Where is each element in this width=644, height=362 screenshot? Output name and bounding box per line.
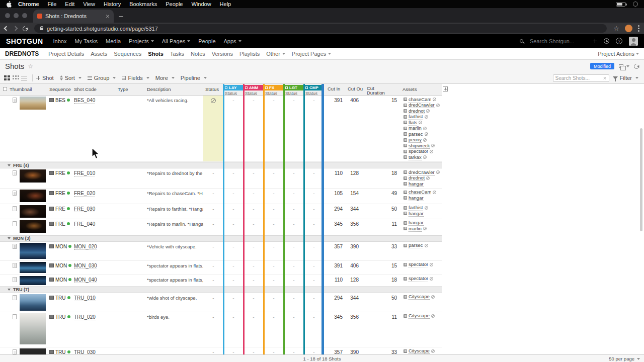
menubar-item-view[interactable]: View	[83, 1, 95, 7]
view-mode-grid-button[interactable]	[12, 75, 20, 81]
cut-duration-cell[interactable]: 49	[363, 189, 400, 204]
cut-in-cell[interactable]: 105	[324, 189, 344, 204]
asset-link[interactable]: hangar	[409, 181, 424, 187]
step-status-cell-fx[interactable]: -	[264, 312, 284, 347]
shot-code-link[interactable]: MON_040	[74, 277, 97, 283]
sequence-cell[interactable]: MON	[47, 242, 72, 260]
asset-link[interactable]: shipwreck	[409, 143, 430, 149]
column-header-type[interactable]: Type	[116, 84, 145, 95]
project-actions-menu[interactable]: Project Actions	[598, 51, 639, 57]
cut-in-cell[interactable]: 345	[324, 219, 344, 235]
app-nav-projects[interactable]: Projects	[129, 38, 154, 44]
table-row[interactable]: FREFRE_010*Repairs to drednot by the d..…	[0, 168, 442, 189]
step-status-cell-fx[interactable]: -	[264, 204, 284, 219]
thumbnail[interactable]	[20, 97, 46, 110]
apple-menu-icon[interactable]	[6, 1, 12, 8]
step-status-cell-fx[interactable]: -	[264, 242, 284, 260]
note-icon[interactable]	[13, 206, 17, 211]
shot-code-link[interactable]: BES_040	[74, 98, 95, 104]
group-header-mon-3[interactable]: MON (3)	[0, 235, 442, 242]
project-tab-project-details[interactable]: Project Details	[48, 51, 84, 57]
thumbnail[interactable]	[20, 313, 46, 344]
table-row[interactable]: MONMON_020*Vehicle with cityscape.------…	[0, 242, 442, 261]
note-icon[interactable]	[13, 191, 17, 196]
window-zoom-button[interactable]	[22, 13, 27, 18]
recently-viewed-icon[interactable]	[604, 38, 609, 44]
cut-in-cell[interactable]: 294	[324, 293, 344, 312]
status-cell[interactable]: -	[203, 261, 223, 275]
step-status-cell-lay[interactable]: -	[223, 96, 244, 161]
cut-duration-cell[interactable]: 11	[363, 219, 400, 235]
note-icon[interactable]	[13, 170, 17, 175]
asset-link[interactable]: drednot	[409, 108, 425, 114]
table-row[interactable]: FREFRE_040*Repairs to marlin. *Hangar ..…	[0, 219, 442, 235]
page-refresh-icon[interactable]	[633, 62, 640, 69]
description-cell[interactable]: *Repairs to marlin. *Hangar ...	[145, 219, 203, 235]
toolbar-menu-group[interactable]: Group	[88, 75, 116, 81]
browser-reload-button[interactable]	[22, 25, 29, 32]
description-cell[interactable]: *Repairs to farthist. *Hangar...	[145, 204, 203, 219]
shot-code-link[interactable]: TRU_010	[74, 295, 96, 301]
cut-in-cell[interactable]: 357	[324, 242, 344, 260]
step-status-cell-cmp[interactable]: -	[304, 347, 324, 355]
description-cell[interactable]: *Vehicle with cityscape.	[145, 242, 203, 260]
browser-tab[interactable]: Shots : Drednots	[33, 10, 114, 23]
type-cell[interactable]	[116, 96, 145, 161]
asset-link[interactable]: parsec	[409, 131, 423, 137]
table-row[interactable]: FREFRE_030*Repairs to farthist. *Hangar.…	[0, 204, 442, 219]
step-status-cell-fx[interactable]: -	[264, 189, 284, 204]
note-icon[interactable]	[13, 314, 17, 319]
cut-duration-cell[interactable]: 15	[363, 261, 400, 275]
asset-link[interactable]: marlin	[409, 226, 422, 232]
step-status-cell-lgt[interactable]: -	[284, 168, 304, 188]
cut-out-cell[interactable]: 390	[344, 347, 363, 355]
per-page-selector[interactable]: 50 per page	[609, 356, 640, 361]
asset-link[interactable]: chaseCam	[409, 97, 431, 103]
lock-icon[interactable]	[40, 28, 43, 30]
description-cell[interactable]: *birds eye.	[145, 312, 203, 347]
cut-in-cell[interactable]: 294	[324, 204, 344, 219]
search-icon[interactable]	[520, 39, 523, 43]
sequence-cell[interactable]: BES	[47, 96, 72, 161]
sequence-cell[interactable]: FRE	[47, 168, 72, 188]
project-tab-tasks[interactable]: Tasks	[170, 51, 184, 57]
status-cell[interactable]: -	[203, 219, 223, 235]
table-row[interactable]: MONMON_030*spectator appears in flats.--…	[0, 261, 442, 275]
asset-link[interactable]: drednot	[409, 175, 425, 181]
description-cell[interactable]: *Repairs to drednot by the d...	[145, 168, 203, 188]
step-status-cell-fx[interactable]: -	[264, 219, 284, 235]
type-cell[interactable]	[116, 168, 145, 188]
asset-link[interactable]: spectator	[409, 276, 428, 282]
cut-duration-cell[interactable]: 50	[363, 293, 400, 312]
project-tab-sequences[interactable]: Sequences	[114, 51, 141, 57]
asset-link[interactable]: spectator	[409, 148, 428, 154]
cut-duration-cell[interactable]: 11	[363, 312, 400, 347]
window-close-button[interactable]	[5, 13, 10, 18]
asset-link[interactable]: hangar	[409, 211, 424, 217]
description-cell[interactable]: *All vehicles racing.	[145, 96, 203, 161]
status-cell[interactable]: -	[203, 168, 223, 188]
step-status-cell-lay[interactable]: -	[223, 347, 244, 355]
type-cell[interactable]	[116, 219, 145, 235]
view-mode-thumbnail-button[interactable]	[3, 75, 12, 81]
status-cell[interactable]: -	[203, 204, 223, 219]
select-all-checkbox[interactable]	[3, 87, 7, 91]
step-status-cell-lgt[interactable]: -	[284, 96, 304, 161]
step-status-cell-lgt[interactable]: -	[284, 347, 304, 355]
thumbnail[interactable]	[20, 294, 46, 311]
step-status-cell-anm[interactable]: -	[244, 189, 264, 204]
cut-in-cell[interactable]: 391	[324, 261, 344, 275]
project-tab-playlists[interactable]: Playlists	[239, 51, 260, 57]
column-header-cut-out[interactable]: Cut Out	[344, 84, 363, 95]
cut-in-cell[interactable]: 345	[324, 312, 344, 347]
cut-duration-cell[interactable]: 33	[363, 242, 400, 260]
cut-out-cell[interactable]: 128	[344, 168, 363, 188]
create-new-icon[interactable]	[593, 39, 597, 43]
step-status-cell-anm[interactable]: -	[244, 312, 264, 347]
cut-duration-cell[interactable]: 50	[363, 204, 400, 219]
description-cell[interactable]: *wide shot of cityscape.	[145, 293, 203, 312]
step-status-cell-cmp[interactable]: -	[304, 242, 324, 260]
cut-in-cell[interactable]: 391	[324, 96, 344, 161]
note-icon[interactable]	[13, 277, 17, 282]
cut-out-cell[interactable]: 154	[344, 189, 363, 204]
